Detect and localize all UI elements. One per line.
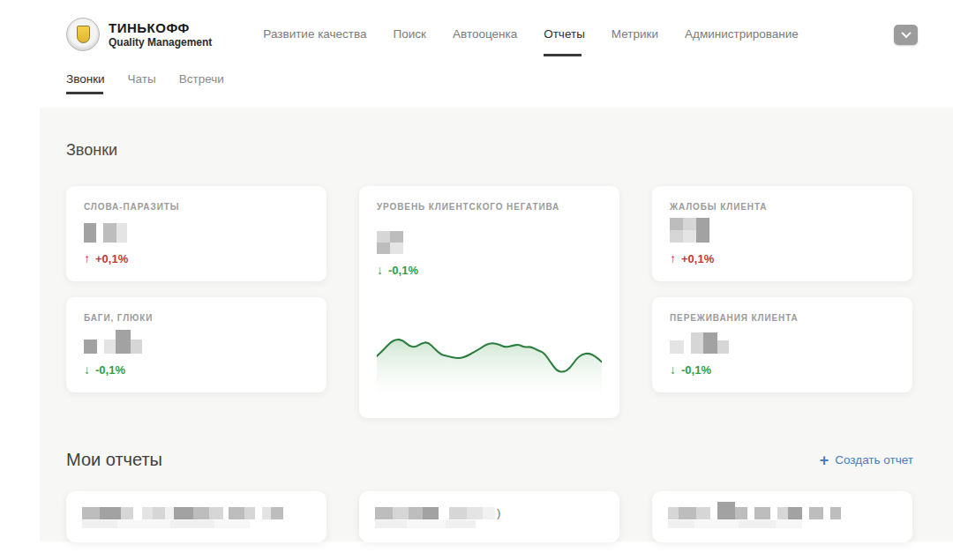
- app-header: ТИНЬКОФФ Quality Management Развитие кач…: [0, 0, 953, 69]
- redacted-value: [377, 243, 602, 254]
- arrow-up-icon: ↑: [84, 251, 90, 265]
- nav-item-metrics[interactable]: Метрики: [612, 19, 658, 51]
- redacted-value: [377, 220, 602, 243]
- arrow-down-icon: ↓: [670, 362, 676, 377]
- metric-card-filler-words[interactable]: СЛОВА-ПАРАЗИТЫ ↑ +0,1%: [66, 186, 326, 281]
- redacted-report-name: [668, 505, 897, 519]
- delta-value: +0,1%: [95, 252, 128, 265]
- metric-delta: ↓ -0,1%: [377, 263, 602, 277]
- reports-title: Мои отчеты: [66, 450, 162, 470]
- brand[interactable]: ТИНЬКОФФ Quality Management: [66, 18, 212, 51]
- create-report-label: Создать отчет: [835, 453, 913, 467]
- redacted-report-subrow: [82, 520, 311, 528]
- negativity-trend-chart: [377, 314, 602, 406]
- negativity-sparkline: [377, 314, 602, 406]
- arrow-down-icon: ↓: [377, 263, 383, 277]
- metric-card-bugs-glitches[interactable]: БАГИ, ГЛЮКИ ↓ -0,1%: [66, 297, 326, 392]
- create-report-button[interactable]: + Создать отчет: [820, 452, 913, 468]
- delta-value: -0,1%: [388, 264, 418, 277]
- tab-chats[interactable]: Чаты: [128, 69, 156, 98]
- nav-item-quality-development[interactable]: Развитие качества: [263, 19, 366, 51]
- metric-card-client-negativity[interactable]: УРОВЕНЬ КЛИЕНТСКОГО НЕГАТИВА ↓ -0,1%: [359, 186, 619, 418]
- reports-header: Мои отчеты + Создать отчет: [66, 450, 913, 470]
- metric-title: ЖАЛОБЫ КЛИЕНТА: [670, 202, 895, 212]
- report-card[interactable]: [652, 491, 912, 542]
- tinkoff-logo-icon: [66, 18, 100, 51]
- arrow-down-icon: ↓: [84, 362, 90, 377]
- metric-card-client-concerns[interactable]: ПЕРЕЖИВАНИЯ КЛИЕНТА ↓ -0,1%: [652, 297, 912, 392]
- metric-delta: ↓ -0,1%: [670, 362, 895, 377]
- metric-delta: ↑ +0,1%: [84, 251, 309, 265]
- tab-meetings[interactable]: Встречи: [179, 69, 224, 98]
- metric-title: ПЕРЕЖИВАНИЯ КЛИЕНТА: [670, 313, 895, 323]
- redacted-value: [84, 220, 309, 243]
- tab-calls[interactable]: Звонки: [66, 69, 105, 98]
- content-panel: Звонки СЛОВА-ПАРАЗИТЫ ↑ +0,1% БАГИ, ГЛЮК…: [40, 108, 953, 541]
- delta-value: +0,1%: [681, 252, 714, 265]
- metric-title: СЛОВА-ПАРАЗИТЫ: [84, 202, 309, 212]
- report-type-tabs: Звонки Чаты Встречи: [0, 69, 953, 108]
- redacted-value: [84, 331, 309, 354]
- nav-item-administration[interactable]: Администрирование: [685, 19, 799, 51]
- brand-subtitle: Quality Management: [109, 37, 212, 49]
- report-cards-list: ): [66, 491, 913, 542]
- redacted-report-name: [82, 505, 311, 519]
- chevron-down-icon: [901, 28, 911, 38]
- metric-card-client-complaints[interactable]: ЖАЛОБЫ КЛИЕНТА ↑ +0,1%: [652, 186, 912, 281]
- section-title-calls: Звонки: [66, 141, 913, 160]
- nav-item-search[interactable]: Поиск: [394, 19, 426, 51]
- main-nav: Развитие качества Поиск Автооценка Отчет…: [263, 19, 798, 51]
- redacted-report-subrow: [375, 520, 604, 528]
- metric-cards-grid: СЛОВА-ПАРАЗИТЫ ↑ +0,1% БАГИ, ГЛЮКИ: [66, 186, 913, 418]
- redacted-report-subrow: [668, 520, 897, 528]
- metric-delta: ↓ -0,1%: [84, 362, 309, 377]
- plus-icon: +: [820, 452, 829, 468]
- redacted-value: [670, 220, 895, 243]
- user-menu-button[interactable]: [894, 25, 918, 45]
- metric-title: БАГИ, ГЛЮКИ: [84, 313, 309, 323]
- report-card[interactable]: ): [359, 491, 619, 542]
- nav-item-reports[interactable]: Отчеты: [544, 19, 585, 51]
- report-card[interactable]: [66, 491, 326, 542]
- logo-shield-icon: [77, 26, 90, 43]
- report-name-suffix: ): [497, 506, 500, 519]
- metric-title: УРОВЕНЬ КЛИЕНТСКОГО НЕГАТИВА: [377, 202, 602, 212]
- brand-name: ТИНЬКОФФ: [109, 21, 212, 35]
- arrow-up-icon: ↑: [670, 251, 676, 265]
- redacted-value: [670, 331, 895, 354]
- delta-value: -0,1%: [95, 363, 125, 377]
- redacted-report-name: ): [375, 505, 604, 519]
- nav-item-autoscore[interactable]: Автооценка: [453, 19, 517, 51]
- delta-value: -0,1%: [681, 363, 711, 377]
- metric-delta: ↑ +0,1%: [670, 251, 895, 265]
